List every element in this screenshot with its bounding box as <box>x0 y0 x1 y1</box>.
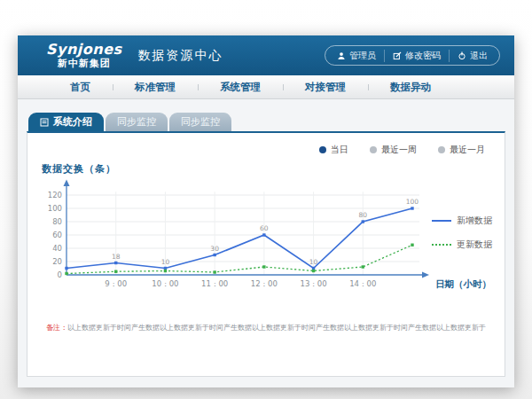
svg-text:100: 100 <box>48 204 62 213</box>
svg-text:40: 40 <box>52 244 62 253</box>
tab[interactable]: 系统介绍 <box>28 113 104 131</box>
user-menu-item[interactable]: 管理员 <box>329 50 384 62</box>
user-menu-item[interactable]: 修改密码 <box>384 50 449 62</box>
user-menu: 管理员修改密码退出 <box>325 45 500 66</box>
svg-text:30: 30 <box>210 245 219 253</box>
svg-text:60: 60 <box>52 231 62 239</box>
user-menu-label: 管理员 <box>349 50 376 62</box>
svg-text:9：00: 9：00 <box>105 279 127 288</box>
user-menu-label: 修改密码 <box>405 50 441 62</box>
legend-label: 更新数据 <box>457 239 492 251</box>
svg-text:80: 80 <box>359 211 368 219</box>
legend-swatch-icon <box>432 244 451 246</box>
svg-text:11：00: 11：00 <box>201 279 228 288</box>
footnote-text: 以上数据更新于时间产生数据以上数据更新于时间产生数据以上数据更新于时间产生数据以… <box>67 324 486 332</box>
chart-legend: 新增数据更新数据 <box>432 215 492 251</box>
edit-icon <box>393 51 402 60</box>
legend-label: 新增数据 <box>457 215 492 227</box>
tab[interactable]: 同步监控 <box>106 113 168 131</box>
nav-item[interactable]: 对接管理 <box>283 81 368 94</box>
nav-item[interactable]: 标准管理 <box>113 81 198 94</box>
user-icon <box>337 51 346 60</box>
radio-option[interactable]: 当日 <box>319 144 348 156</box>
radio-label: 当日 <box>331 144 348 156</box>
nav-item[interactable]: 数据异动 <box>368 81 453 94</box>
legend-item[interactable]: 新增数据 <box>432 215 492 227</box>
main-nav: 首页标准管理系统管理对接管理数据异动 <box>18 75 514 99</box>
legend-item[interactable]: 更新数据 <box>432 239 492 251</box>
brand-logo: Synjones 新中新集团 <box>46 43 122 68</box>
tab[interactable]: 同步监控 <box>169 113 231 131</box>
user-menu-item[interactable]: 退出 <box>449 50 496 62</box>
svg-text:10：00: 10：00 <box>152 279 178 288</box>
nav-item[interactable]: 首页 <box>48 81 113 94</box>
radio-dot-icon <box>370 146 377 153</box>
svg-text:80: 80 <box>52 217 62 226</box>
line-chart: 0204060801001209：0010：0011：0012：0013：001… <box>40 177 492 301</box>
chart-panel: 当日最近一周最近一月 数据交换（条） 0204060801001209：0010… <box>27 131 505 377</box>
svg-text:18: 18 <box>112 253 121 261</box>
y-axis-title: 数据交换（条） <box>42 162 492 176</box>
svg-text:日期（小时）: 日期（小时） <box>435 278 491 290</box>
brand-subtitle: 新中新集团 <box>58 59 111 68</box>
svg-text:10: 10 <box>309 258 318 266</box>
tab-label: 同步监控 <box>117 115 156 129</box>
nav-item[interactable]: 系统管理 <box>198 81 283 94</box>
radio-label: 最近一月 <box>450 144 485 156</box>
content-area: 系统介绍同步监控同步监控 当日最近一周最近一月 数据交换（条） 02040608… <box>18 99 514 377</box>
tab-label: 系统介绍 <box>53 115 92 129</box>
svg-text:100: 100 <box>406 198 419 206</box>
range-filters: 当日最近一周最近一月 <box>40 140 492 158</box>
chart-area: 0204060801001209：0010：0011：0012：0013：001… <box>40 177 492 301</box>
radio-option[interactable]: 最近一周 <box>370 144 417 156</box>
legend-swatch-icon <box>432 220 451 222</box>
svg-text:13：00: 13：00 <box>301 279 327 288</box>
page-background: Synjones 新中新集团 数据资源中心 管理员修改密码退出 首页标准管理系统… <box>0 0 532 399</box>
user-menu-label: 退出 <box>470 50 488 62</box>
svg-text:120: 120 <box>48 191 62 200</box>
footnote: 备注：以上数据更新于时间产生数据以上数据更新于时间产生数据以上数据更新于时间产生… <box>40 323 492 332</box>
app-window: Synjones 新中新集团 数据资源中心 管理员修改密码退出 首页标准管理系统… <box>18 35 514 387</box>
document-icon <box>40 118 49 127</box>
app-header: Synjones 新中新集团 数据资源中心 管理员修改密码退出 <box>18 35 514 75</box>
svg-text:0: 0 <box>58 270 62 279</box>
page-title: 数据资源中心 <box>138 48 223 64</box>
power-icon <box>458 51 466 60</box>
svg-text:20: 20 <box>52 257 62 266</box>
tab-label: 同步监控 <box>181 115 220 129</box>
svg-text:60: 60 <box>260 224 269 232</box>
radio-option[interactable]: 最近一月 <box>438 144 485 156</box>
footnote-prefix: 备注： <box>46 324 67 332</box>
radio-dot-icon <box>438 146 445 153</box>
radio-label: 最近一周 <box>381 144 417 156</box>
svg-text:14：00: 14：00 <box>349 279 376 288</box>
brand-name: Synjones <box>46 43 122 57</box>
svg-text:12：00: 12：00 <box>251 279 278 288</box>
tab-bar: 系统介绍同步监控同步监控 <box>28 113 505 131</box>
svg-text:10: 10 <box>161 258 170 266</box>
radio-dot-icon <box>319 146 326 153</box>
